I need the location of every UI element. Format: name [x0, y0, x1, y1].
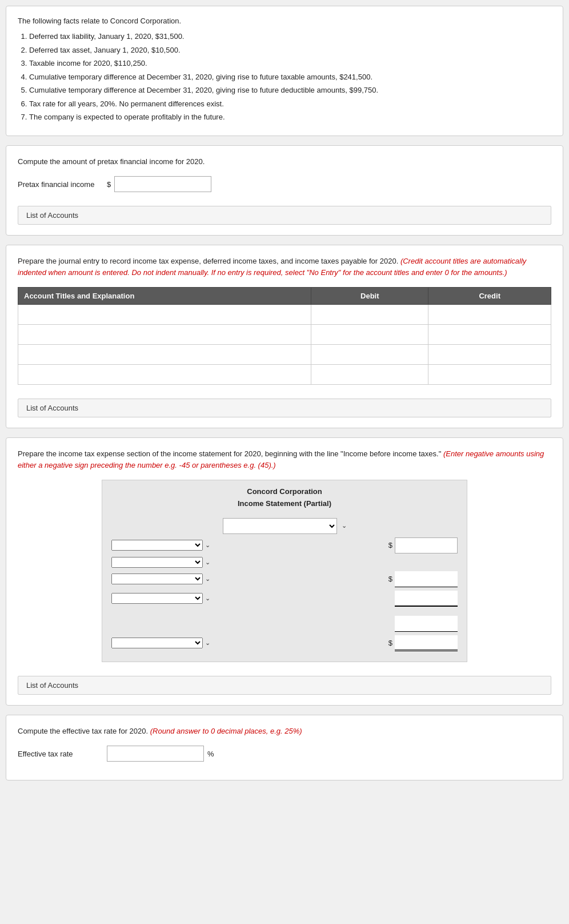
is-row-2-right: $ — [388, 537, 458, 553]
section5-question-italic: (Round answer to 0 decimal places, e.g. … — [150, 727, 302, 735]
is-amount-5[interactable] — [395, 635, 458, 651]
col-debit: Debit — [311, 288, 428, 305]
section2-question: Compute the amount of pretax financial i… — [18, 156, 551, 168]
is-dropdown-4[interactable] — [111, 573, 203, 584]
list-of-accounts-btn-1[interactable]: List of Accounts — [18, 206, 551, 225]
section5-question-main: Compute the effective tax rate for 2020. — [18, 727, 148, 735]
debit-input-1[interactable] — [315, 307, 424, 322]
is-row-4-left: ⌄ — [111, 573, 210, 584]
company-name: Concord Corporation — [102, 486, 467, 498]
journal-table: Account Titles and Explanation Debit Cre… — [18, 287, 551, 385]
fact-7: The company is expected to operate profi… — [29, 111, 551, 123]
fact-3: Taxable income for 2020, $110,250. — [29, 58, 551, 69]
account-input-2[interactable] — [22, 327, 307, 342]
is-row-7-right: $ — [388, 635, 458, 651]
account-input-4[interactable] — [22, 367, 307, 382]
table-row — [18, 325, 551, 345]
section2-card: Compute the amount of pretax financial i… — [6, 145, 563, 236]
is-row-4: ⌄ $ — [111, 571, 458, 587]
chevron-down-icon-2: ⌄ — [205, 541, 210, 549]
fact-6: Tax rate for all years, 20%. No permanen… — [29, 98, 551, 110]
is-amount-1[interactable] — [395, 537, 458, 553]
is-row-7-left: ⌄ — [111, 638, 210, 648]
fact-2: Deferred tax asset, January 1, 2020, $10… — [29, 45, 551, 56]
account-input-1[interactable] — [22, 307, 307, 322]
dollar-sign-is-2: $ — [388, 575, 392, 583]
is-amount-2[interactable] — [395, 571, 458, 587]
section5-card: Compute the effective tax rate for 2020.… — [6, 715, 563, 781]
is-dropdown-6[interactable] — [111, 638, 203, 648]
is-row-4-right: $ — [388, 571, 458, 587]
debit-input-4[interactable] — [315, 367, 424, 382]
pretax-income-input[interactable] — [114, 176, 211, 192]
list-of-accounts-btn-2[interactable]: List of Accounts — [18, 399, 551, 417]
statement-title: Income Statement (Partial) — [102, 498, 467, 510]
chevron-down-icon-1: ⌄ — [342, 522, 347, 529]
section3-question: Prepare the journal entry to record inco… — [18, 256, 551, 278]
effective-tax-row: Effective tax rate % — [18, 746, 551, 762]
table-row — [18, 305, 551, 325]
percent-sign: % — [207, 750, 214, 758]
credit-input-1[interactable] — [432, 307, 547, 322]
is-row-3: ⌄ — [111, 557, 458, 568]
section4-card: Prepare the income tax expense section o… — [6, 437, 563, 706]
is-row-6 — [111, 616, 458, 632]
is-amount-4[interactable] — [395, 616, 458, 632]
is-row-2: ⌄ $ — [111, 537, 458, 553]
facts-intro: The following facts relate to Concord Co… — [18, 17, 551, 25]
col-account: Account Titles and Explanation — [18, 288, 311, 305]
list-of-accounts-btn-3[interactable]: List of Accounts — [18, 676, 551, 695]
table-row — [18, 345, 551, 365]
chevron-down-icon-3: ⌄ — [205, 559, 210, 566]
section3-question-main: Prepare the journal entry to record inco… — [18, 257, 398, 265]
table-row — [18, 365, 551, 385]
is-dropdown-2[interactable] — [111, 540, 203, 551]
account-input-3[interactable] — [22, 347, 307, 362]
section5-question: Compute the effective tax rate for 2020.… — [18, 726, 551, 737]
is-dropdown-3[interactable] — [111, 557, 203, 568]
facts-list: Deferred tax liability, January 1, 2020,… — [29, 31, 551, 123]
credit-input-3[interactable] — [432, 347, 547, 362]
dollar-sign-1: $ — [107, 180, 111, 189]
income-stmt-header: Concord Corporation Income Statement (Pa… — [102, 480, 467, 513]
pretax-income-row: Pretax financial income $ — [18, 176, 551, 192]
is-dropdown-1[interactable] — [223, 518, 337, 534]
credit-input-2[interactable] — [432, 327, 547, 342]
is-row-7: ⌄ $ — [111, 635, 458, 651]
fact-5: Cumulative temporary difference at Decem… — [29, 85, 551, 96]
fact-1: Deferred tax liability, January 1, 2020,… — [29, 31, 551, 42]
col-credit: Credit — [428, 288, 551, 305]
chevron-down-icon-5: ⌄ — [205, 595, 210, 602]
debit-input-2[interactable] — [315, 327, 424, 342]
pretax-income-label: Pretax financial income — [18, 180, 103, 189]
dollar-sign-is-1: $ — [388, 541, 392, 549]
section4-question-main: Prepare the income tax expense section o… — [18, 449, 441, 458]
fact-4: Cumulative temporary difference at Decem… — [29, 71, 551, 83]
income-statement: Concord Corporation Income Statement (Pa… — [102, 480, 467, 662]
debit-input-3[interactable] — [315, 347, 424, 362]
is-row-5-right — [395, 591, 458, 607]
is-row-5-left: ⌄ — [111, 593, 210, 604]
effective-tax-input[interactable] — [107, 746, 204, 762]
income-stmt-body: ⌄ ⌄ $ — [102, 513, 467, 662]
chevron-down-icon-6: ⌄ — [205, 639, 210, 647]
is-row-3-left: ⌄ — [111, 557, 210, 568]
section3-card: Prepare the journal entry to record inco… — [6, 245, 563, 428]
chevron-down-icon-4: ⌄ — [205, 575, 210, 583]
is-amount-3[interactable] — [395, 591, 458, 607]
is-dropdown-5[interactable] — [111, 593, 203, 604]
effective-tax-label: Effective tax rate — [18, 750, 103, 758]
is-row-5: ⌄ — [111, 591, 458, 607]
section4-question: Prepare the income tax expense section o… — [18, 448, 551, 471]
dollar-sign-is-3: $ — [388, 639, 392, 647]
is-row-1: ⌄ — [111, 518, 458, 534]
facts-section: The following facts relate to Concord Co… — [6, 6, 563, 136]
credit-input-4[interactable] — [432, 367, 547, 382]
is-row-2-left: ⌄ — [111, 540, 210, 551]
